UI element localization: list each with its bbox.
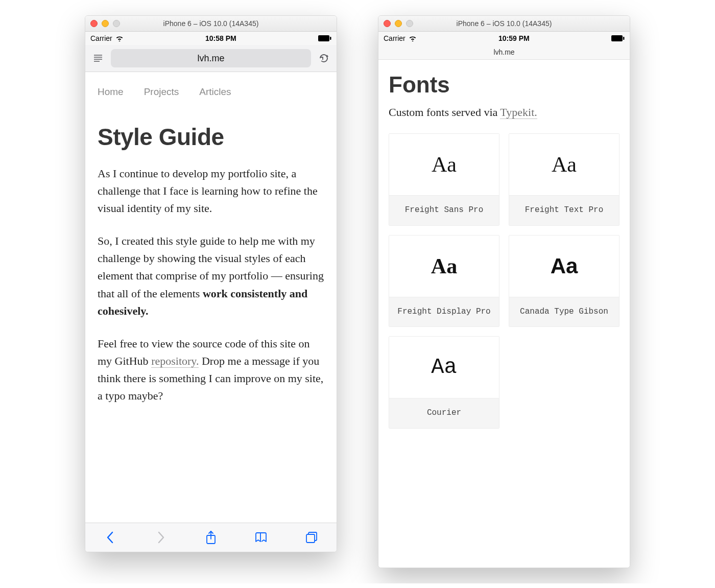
mac-titlebar: iPhone 6 – iOS 10.0 (14A345) (378, 16, 630, 32)
reader-view-icon[interactable] (90, 49, 106, 67)
minimize-icon[interactable] (395, 20, 402, 27)
font-sample: Aa (509, 236, 619, 297)
traffic-lights[interactable] (90, 20, 120, 27)
mac-titlebar: iPhone 6 – iOS 10.0 (14A345) (85, 16, 337, 32)
typekit-link[interactable]: Typekit. (500, 106, 537, 119)
font-card: AaCourier (389, 336, 499, 429)
svg-rect-9 (611, 35, 623, 41)
font-label: Canada Type Gibson (509, 297, 619, 327)
carrier-label: Carrier (90, 34, 112, 42)
font-sample: Aa (509, 134, 619, 195)
font-card: AaFreight Display Pro (389, 235, 499, 327)
svg-rect-8 (306, 534, 315, 543)
nav-home[interactable]: Home (98, 86, 124, 98)
page-title: Fonts (389, 72, 619, 98)
simulator-window-left: iPhone 6 – iOS 10.0 (14A345) Carrier 10:… (85, 15, 337, 552)
close-icon[interactable] (90, 20, 98, 27)
window-title: iPhone 6 – iOS 10.0 (14A345) (378, 19, 630, 28)
tabs-icon[interactable] (301, 527, 322, 548)
font-card: AaFreight Text Pro (509, 133, 619, 226)
font-sample: Aa (389, 134, 499, 195)
simulator-window-right: iPhone 6 – iOS 10.0 (14A345) Carrier 10:… (378, 15, 630, 568)
lede: Custom fonts served via Typekit. (389, 106, 619, 119)
site-nav: Home Projects Articles (98, 86, 324, 98)
font-sample: Aa (389, 236, 499, 297)
safari-address-bar: lvh.me (85, 45, 337, 72)
clock: 10:59 PM (498, 34, 530, 42)
paragraph: As I continue to develop my portfolio si… (98, 165, 324, 217)
nav-articles[interactable]: Articles (199, 86, 231, 98)
window-title: iPhone 6 – iOS 10.0 (14A345) (85, 19, 337, 28)
nav-projects[interactable]: Projects (144, 86, 179, 98)
font-label: Courier (389, 398, 499, 428)
paragraph: So, I created this style guide to help m… (98, 232, 324, 319)
font-sample: Aa (389, 337, 499, 398)
carrier-label: Carrier (384, 34, 406, 42)
url-field[interactable]: lvh.me (111, 49, 311, 67)
battery-icon (318, 35, 331, 41)
ios-status-bar: Carrier 10:59 PM (378, 32, 630, 45)
minimize-icon[interactable] (102, 20, 109, 27)
zoom-icon[interactable] (406, 20, 413, 27)
forward-icon (151, 527, 171, 548)
url-text: lvh.me (493, 48, 514, 56)
safari-toolbar (85, 523, 337, 552)
bookmarks-icon[interactable] (251, 527, 271, 548)
font-label: Freight Text Pro (509, 195, 619, 225)
wifi-icon (409, 35, 417, 41)
font-grid: AaFreight Sans ProAaFreight Text ProAaFr… (389, 133, 619, 429)
clock: 10:58 PM (205, 34, 236, 42)
page-title: Style Guide (98, 123, 324, 151)
traffic-lights[interactable] (384, 20, 413, 27)
wifi-icon (115, 35, 124, 41)
font-label: Freight Sans Pro (389, 195, 499, 225)
repository-link[interactable]: repository. (151, 355, 199, 368)
battery-icon (611, 35, 625, 41)
safari-address-bar-slim[interactable]: lvh.me (378, 45, 630, 60)
svg-rect-10 (623, 37, 625, 40)
prose: As I continue to develop my portfolio si… (98, 165, 324, 405)
svg-rect-0 (318, 35, 329, 41)
svg-rect-1 (330, 37, 331, 40)
font-card: AaCanada Type Gibson (509, 235, 619, 327)
share-icon[interactable] (201, 527, 221, 548)
reload-icon[interactable] (316, 49, 331, 67)
page-content: Home Projects Articles Style Guide As I … (85, 72, 337, 523)
font-label: Freight Display Pro (389, 297, 499, 327)
back-icon[interactable] (100, 527, 121, 548)
url-text: lvh.me (197, 53, 224, 64)
close-icon[interactable] (384, 20, 391, 27)
paragraph: Feel free to view the source code of thi… (98, 335, 324, 405)
zoom-icon[interactable] (113, 20, 120, 27)
ios-status-bar: Carrier 10:58 PM (85, 32, 337, 45)
page-content: Fonts Custom fonts served via Typekit. A… (378, 60, 630, 568)
font-card: AaFreight Sans Pro (389, 133, 499, 226)
